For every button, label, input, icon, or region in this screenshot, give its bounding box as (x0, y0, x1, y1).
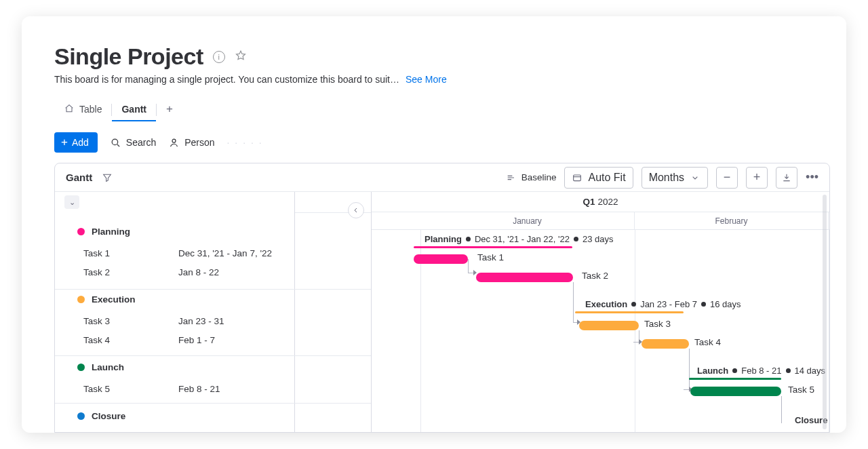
task-bar[interactable] (476, 273, 573, 282)
task-row[interactable]: Task 4 Feb 1 - 7 (55, 330, 294, 349)
task-bar[interactable] (579, 321, 639, 330)
tab-table[interactable]: Table (54, 98, 111, 123)
task-row[interactable]: Task 5 Feb 8 - 21 (55, 379, 294, 398)
home-icon (64, 103, 75, 116)
gantt-panel: Gantt Baseline Auto Fit Months − + (54, 163, 830, 433)
zoom-in-button[interactable]: + (746, 167, 768, 189)
collapse-sidebar-icon[interactable] (348, 202, 364, 218)
month-col-february: February (635, 212, 829, 229)
task-bar-label: Task 1 (477, 252, 504, 262)
gantt-timeline[interactable]: Q1 2022 January February (372, 192, 829, 432)
svg-point-0 (112, 139, 118, 145)
person-button[interactable]: Person (168, 137, 214, 149)
filter-button[interactable]: · · · · · (227, 137, 263, 148)
add-button[interactable]: + Add (54, 132, 98, 153)
autofit-label: Auto Fit (588, 172, 625, 184)
board-description: This board is for managing a single proj… (54, 74, 400, 85)
task-name: Task 4 (83, 335, 178, 345)
task-name: Task 3 (83, 316, 178, 326)
group-name: Execution (92, 294, 136, 305)
tab-gantt-label: Gantt (121, 104, 146, 115)
search-icon (110, 137, 121, 149)
group-color-dot (77, 364, 85, 371)
tab-gantt[interactable]: Gantt (112, 98, 156, 121)
gantt-panel-header: Gantt Baseline Auto Fit Months − + (55, 163, 829, 192)
group-color-dot (77, 228, 85, 235)
task-bar-label: Task 3 (644, 319, 671, 329)
task-bar[interactable] (414, 254, 468, 264)
board-card: Single Project i This board is for manag… (22, 16, 846, 433)
group-row-execution[interactable]: Execution (55, 290, 294, 309)
group-color-dot (77, 296, 85, 303)
chevron-down-icon (690, 172, 701, 183)
gantt-body: ⌄ Planning Task 1 Dec 31, '21 - Jan 7, '… (55, 192, 829, 432)
download-icon (781, 172, 792, 183)
group-row-launch[interactable]: Launch (55, 357, 294, 376)
info-icon[interactable]: i (213, 51, 225, 63)
quarter-label: Q1 (583, 197, 595, 207)
task-dates: Feb 8 - 21 (178, 384, 220, 394)
baseline-label: Baseline (521, 172, 557, 182)
favorite-icon[interactable] (235, 50, 247, 64)
zoom-out-button[interactable]: − (716, 167, 738, 189)
baseline-icon (506, 172, 517, 183)
task-bar[interactable] (690, 387, 781, 396)
group-row-planning[interactable]: Planning (55, 222, 294, 241)
timeline-scrollbar[interactable] (823, 195, 827, 429)
plus-icon: + (61, 138, 68, 147)
task-row[interactable]: Task 2 Jan 8 - 22 (55, 262, 294, 281)
see-more-link[interactable]: See More (406, 74, 447, 85)
range-select[interactable]: Months (642, 167, 708, 189)
svg-point-1 (172, 139, 176, 142)
group-summary-planning: Planning Dec 31, '21 - Jan 22, '22 23 da… (425, 234, 614, 244)
task-bar-label: Task 5 (788, 385, 814, 395)
group-name: Launch (92, 362, 124, 372)
task-list-gutter (295, 192, 372, 432)
group-summary-execution: Execution Jan 23 - Feb 7 16 days (585, 299, 741, 309)
baseline-button[interactable]: Baseline (506, 172, 557, 183)
filter-icon[interactable] (102, 172, 113, 183)
tab-table-label: Table (79, 104, 102, 115)
group-underline-planning (414, 246, 572, 248)
group-underline-launch (689, 378, 781, 380)
task-dates: Feb 1 - 7 (178, 335, 215, 345)
group-summary-launch: Launch Feb 8 - 21 14 days (697, 366, 825, 376)
board-toolbar: + Add Search Person · · · · · (54, 132, 814, 153)
range-label: Months (649, 172, 684, 184)
gantt-title: Gantt (66, 172, 92, 183)
autofit-icon (572, 172, 583, 183)
task-dates: Jan 8 - 22 (178, 267, 219, 277)
year-label: 2022 (597, 197, 618, 207)
task-list: ⌄ Planning Task 1 Dec 31, '21 - Jan 7, '… (55, 192, 295, 432)
group-name: Closure (92, 411, 125, 421)
search-button[interactable]: Search (110, 137, 156, 149)
timeline-quarter-row: Q1 2022 (372, 192, 829, 212)
group-row-closure[interactable]: Closure (55, 406, 294, 425)
task-name: Task 5 (83, 384, 178, 394)
task-name: Task 2 (83, 267, 178, 277)
search-label: Search (126, 137, 156, 148)
add-button-label: Add (72, 137, 89, 148)
task-name: Task 1 (83, 248, 178, 258)
gantt-chart: Planning Dec 31, '21 - Jan 22, '22 23 da… (372, 230, 829, 432)
task-dates: Dec 31, '21 - Jan 7, '22 (178, 248, 272, 258)
group-underline-execution (575, 311, 684, 313)
person-label: Person (184, 137, 214, 148)
export-button[interactable] (776, 167, 797, 189)
view-tabs: Table Gantt + (54, 97, 814, 123)
person-icon (168, 137, 180, 149)
tab-add-view[interactable]: + (157, 97, 176, 123)
task-bar[interactable] (642, 339, 689, 349)
board-header: Single Project i This board is for manag… (22, 16, 846, 153)
board-title: Single Project (54, 43, 203, 70)
task-row[interactable]: Task 1 Dec 31, '21 - Jan 7, '22 (55, 243, 294, 262)
autofit-button[interactable]: Auto Fit (564, 167, 633, 189)
more-menu[interactable]: ••• (806, 170, 818, 184)
month-col-january: January (420, 212, 635, 229)
svg-rect-2 (574, 175, 581, 181)
timeline-months-row: January February (372, 212, 829, 230)
collapse-all-icon[interactable]: ⌄ (64, 195, 79, 209)
task-bar-label: Task 4 (694, 337, 721, 347)
task-row[interactable]: Task 3 Jan 23 - 31 (55, 311, 294, 330)
group-color-dot (77, 412, 85, 420)
